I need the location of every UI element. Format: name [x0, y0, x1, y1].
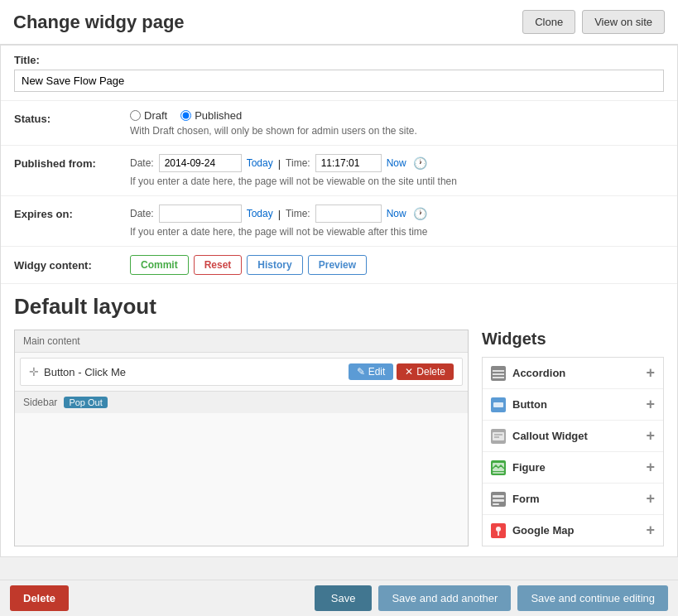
main-form: Title: Status: Draft Published With Draf…: [0, 45, 678, 557]
svg-rect-16: [493, 503, 499, 505]
expires-time-input[interactable]: [315, 205, 382, 223]
widget-googlemap-left: Google Map: [491, 523, 574, 538]
sidebar-header: Sidebar Pop Out: [15, 392, 468, 413]
layout-body: Main content ✛ Button - Click Me ✎ Edit …: [14, 330, 664, 546]
header-buttons: Clone View on site: [522, 10, 665, 34]
widgets-panel: Widgets Accordion + Button: [482, 330, 664, 546]
list-item: Callout Widget +: [483, 421, 663, 452]
expires-date-input[interactable]: [159, 205, 242, 223]
date-separator: |: [278, 157, 281, 170]
date-label: Date:: [130, 157, 154, 169]
button-widget-add-button[interactable]: +: [646, 396, 655, 413]
button-widget-icon: [491, 397, 506, 412]
layout-title: Default layout: [14, 294, 664, 320]
callout-add-button[interactable]: +: [646, 427, 655, 445]
widget-item-buttons: ✎ Edit ✕ Delete: [349, 363, 454, 380]
widget-item-left: ✛ Button - Click Me: [29, 365, 126, 378]
figure-icon: [491, 460, 506, 475]
view-on-site-button[interactable]: View on site: [582, 10, 665, 34]
googlemap-label: Google Map: [512, 524, 574, 537]
form-icon: [491, 492, 506, 507]
svg-rect-14: [493, 495, 504, 498]
published-radio[interactable]: [180, 110, 191, 121]
list-item: Button +: [483, 389, 663, 421]
preview-button[interactable]: Preview: [308, 255, 367, 275]
svg-rect-5: [493, 402, 503, 407]
svg-point-18: [496, 527, 501, 532]
widget-delete-button[interactable]: ✕ Delete: [397, 363, 454, 380]
widget-accordion-left: Accordion: [491, 366, 565, 381]
expires-hint: If you enter a date here, the page will …: [130, 226, 664, 238]
pop-out-badge[interactable]: Pop Out: [64, 397, 107, 408]
title-input[interactable]: [14, 70, 664, 92]
published-label: Published: [195, 109, 242, 122]
accordion-add-button[interactable]: +: [646, 364, 655, 382]
svg-rect-12: [493, 472, 504, 474]
accordion-icon: [491, 366, 506, 381]
clone-button[interactable]: Clone: [522, 10, 575, 34]
widget-button-left: Button: [491, 397, 547, 412]
expires-date-label: Date:: [130, 208, 154, 219]
expires-field: Date: Today | Time: Now 🕐 If you enter a…: [130, 205, 664, 238]
googlemap-add-button[interactable]: +: [646, 522, 655, 539]
layout-section: Default layout Main content ✛ Button - C…: [1, 284, 677, 556]
widget-name: Button - Click Me: [44, 366, 126, 378]
callout-icon: [491, 429, 506, 444]
widget-form-left: Form: [491, 492, 540, 507]
accordion-label: Accordion: [512, 367, 565, 379]
widget-edit-button[interactable]: ✎ Edit: [349, 363, 394, 380]
now-link[interactable]: Now: [387, 157, 406, 169]
list-item: Form +: [483, 484, 663, 515]
widget-item: ✛ Button - Click Me ✎ Edit ✕ Delete: [20, 358, 463, 386]
expires-time-label: Time:: [286, 208, 310, 219]
widget-figure-left: Figure: [491, 460, 546, 475]
form-label: Form: [512, 493, 540, 505]
list-item: Figure +: [483, 452, 663, 484]
reset-button[interactable]: Reset: [194, 255, 243, 275]
figure-label: Figure: [512, 461, 546, 474]
form-add-button[interactable]: +: [646, 490, 655, 508]
figure-add-button[interactable]: +: [646, 459, 655, 476]
draft-label: Draft: [144, 109, 167, 122]
page-title: Change widgy page: [13, 12, 185, 33]
expires-now-link[interactable]: Now: [387, 208, 406, 219]
status-field: Draft Published With Draft chosen, will …: [130, 109, 664, 137]
draft-radio[interactable]: [130, 110, 141, 121]
button-widget-label: Button: [512, 398, 547, 411]
main-content-section: Main content: [15, 330, 468, 353]
expires-separator: |: [278, 208, 281, 220]
drag-handle-icon[interactable]: ✛: [29, 365, 39, 378]
today-link[interactable]: Today: [247, 157, 273, 169]
commit-button[interactable]: Commit: [130, 255, 189, 275]
time-label: Time:: [286, 157, 310, 169]
expires-row: Expires on: Date: Today | Time: Now 🕐 If…: [1, 196, 677, 247]
published-from-row: Published from: Date: Today | Time: Now …: [1, 146, 677, 196]
widget-callout-left: Callout Widget: [491, 429, 588, 444]
published-from-field: Date: Today | Time: Now 🕐 If you enter a…: [130, 154, 664, 187]
published-date-row: Date: Today | Time: Now 🕐: [130, 154, 664, 172]
pencil-icon: ✎: [357, 366, 365, 378]
published-time-input[interactable]: [315, 154, 382, 172]
x-icon: ✕: [405, 366, 413, 378]
main-canvas: Main content ✛ Button - Click Me ✎ Edit …: [14, 330, 469, 546]
title-label: Title:: [14, 54, 664, 66]
published-from-label: Published from:: [14, 154, 130, 170]
draft-option[interactable]: Draft: [130, 109, 167, 122]
status-row: Status: Draft Published With Draft chose…: [1, 101, 677, 146]
svg-rect-7: [493, 432, 504, 440]
widget-list: Accordion + Button +: [482, 357, 664, 546]
expires-clock-icon[interactable]: 🕐: [411, 207, 429, 220]
svg-rect-15: [493, 499, 504, 502]
published-option[interactable]: Published: [180, 109, 242, 122]
widgy-row: Widgy content: Commit Reset History Prev…: [1, 247, 677, 284]
expires-today-link[interactable]: Today: [247, 208, 273, 219]
published-date-input[interactable]: [159, 154, 242, 172]
expires-date-row: Date: Today | Time: Now 🕐: [130, 205, 664, 223]
widgy-buttons: Commit Reset History Preview: [130, 255, 367, 275]
expires-label: Expires on:: [14, 205, 130, 220]
history-button[interactable]: History: [247, 255, 302, 275]
sidebar-label: Sidebar: [23, 397, 57, 408]
time-clock-icon[interactable]: 🕐: [411, 156, 429, 170]
sidebar-section: Sidebar Pop Out: [15, 391, 468, 413]
widgy-label: Widgy content:: [14, 259, 130, 272]
